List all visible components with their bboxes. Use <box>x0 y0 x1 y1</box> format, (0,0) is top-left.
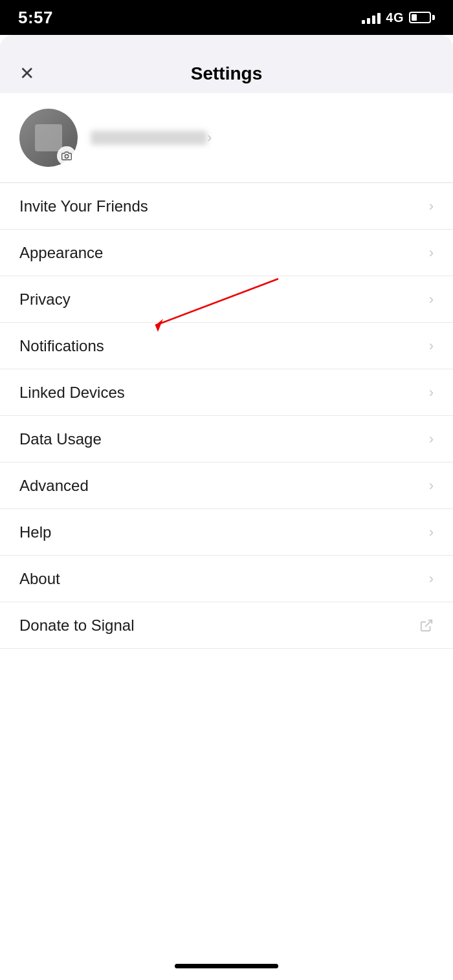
advanced-label: Advanced <box>19 477 89 495</box>
appearance-chevron-icon: › <box>429 245 434 261</box>
close-button[interactable]: ✕ <box>19 65 34 83</box>
external-link-icon <box>419 618 434 633</box>
appearance-right: › <box>429 245 434 261</box>
advanced-chevron-icon: › <box>429 477 434 494</box>
privacy-chevron-icon: › <box>429 291 434 308</box>
svg-line-3 <box>425 620 432 626</box>
invite-friends-right: › <box>429 198 434 215</box>
about-chevron-icon: › <box>429 571 434 587</box>
donate-right <box>419 618 434 633</box>
network-label: 4G <box>386 10 404 25</box>
notifications-chevron-icon: › <box>429 338 434 354</box>
avatar-container <box>19 109 78 167</box>
menu-item-appearance[interactable]: Appearance › <box>0 230 453 276</box>
signal-bar-3 <box>372 16 375 24</box>
linked-devices-chevron-icon: › <box>429 384 434 401</box>
home-indicator <box>175 964 278 968</box>
linked-devices-label: Linked Devices <box>19 384 125 402</box>
menu-list: Invite Your Friends › Appearance › Priva… <box>0 183 453 649</box>
signal-bar-4 <box>377 13 381 24</box>
signal-bars-icon <box>362 11 381 24</box>
battery-tip <box>432 15 435 20</box>
help-right: › <box>429 524 434 541</box>
profile-name <box>91 131 207 145</box>
invite-friends-label: Invite Your Friends <box>19 197 148 215</box>
menu-item-data-usage[interactable]: Data Usage › <box>0 416 453 463</box>
menu-item-donate[interactable]: Donate to Signal <box>0 602 453 649</box>
profile-chevron-icon: › <box>207 129 212 146</box>
battery-fill <box>412 14 417 21</box>
about-right: › <box>429 571 434 587</box>
status-icons: 4G <box>362 10 435 25</box>
status-bar: 5:57 4G <box>0 0 453 35</box>
donate-label: Donate to Signal <box>19 616 134 635</box>
page-title: Settings <box>191 63 262 84</box>
profile-row[interactable]: › <box>0 93 453 183</box>
status-time: 5:57 <box>18 8 53 28</box>
menu-item-linked-devices[interactable]: Linked Devices › <box>0 369 453 416</box>
menu-item-help[interactable]: Help › <box>0 509 453 556</box>
nav-bar: ✕ Settings <box>0 54 453 93</box>
signal-bar-2 <box>367 18 370 24</box>
signal-bar-1 <box>362 20 365 24</box>
appearance-label: Appearance <box>19 244 103 262</box>
menu-item-privacy[interactable]: Privacy › <box>0 276 453 323</box>
help-label: Help <box>19 523 51 541</box>
menu-item-about[interactable]: About › <box>0 556 453 602</box>
invite-friends-chevron-icon: › <box>429 198 434 215</box>
svg-point-0 <box>65 155 68 158</box>
avatar-placeholder <box>35 124 62 151</box>
linked-devices-right: › <box>429 384 434 401</box>
help-chevron-icon: › <box>429 524 434 541</box>
privacy-right: › <box>429 291 434 308</box>
camera-icon <box>57 146 76 166</box>
advanced-right: › <box>429 477 434 494</box>
data-usage-label: Data Usage <box>19 430 102 448</box>
privacy-label: Privacy <box>19 290 71 309</box>
about-label: About <box>19 570 60 588</box>
menu-item-notifications[interactable]: Notifications › <box>0 323 453 369</box>
notifications-label: Notifications <box>19 337 104 355</box>
menu-item-advanced[interactable]: Advanced › <box>0 463 453 509</box>
data-usage-right: › <box>429 431 434 448</box>
settings-content: › Invite Your Friends › Appearance › Pri… <box>0 93 453 649</box>
header-card: ✕ Settings <box>0 35 453 93</box>
notifications-right: › <box>429 338 434 354</box>
data-usage-chevron-icon: › <box>429 431 434 448</box>
battery-icon <box>409 12 435 23</box>
battery-body <box>409 12 431 23</box>
menu-item-invite-friends[interactable]: Invite Your Friends › <box>0 183 453 230</box>
